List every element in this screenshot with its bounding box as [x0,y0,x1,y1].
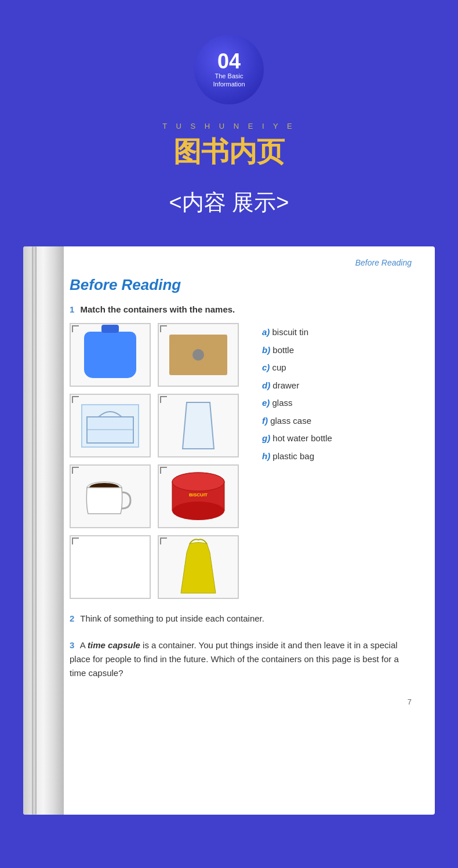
italic-term: time capsule [88,640,140,650]
answer-text: hot water bottle [272,433,332,443]
chinese-title: 图书内页 [12,133,446,170]
q2-number: 2 [70,613,74,623]
q1-text: Match the containers with the names. [81,304,235,314]
answer-item: d) drawer [262,379,412,393]
image-plastic-bag [158,535,239,599]
answer-letter: a) [262,327,270,337]
answer-letter: b) [262,345,270,355]
spine-highlight [32,246,37,815]
image-blank [70,535,151,599]
content-display: <内容 展示> [12,188,446,217]
image-glass [158,394,239,457]
answer-item: c) cup [262,361,412,375]
answer-item: e) glass [262,397,412,410]
answer-text: glass case [270,416,311,426]
question2-row: 2 Think of something to put inside each … [70,612,412,626]
answer-letter: g) [262,433,270,443]
answer-item: a) biscuit tin [262,326,412,339]
images-grid: BISCUIT [70,323,239,599]
chapter-subtitle: The Basic Information [213,72,245,89]
image-glass-case [70,394,151,457]
tushu-label: T U S H U N E I Y E [12,122,446,130]
answer-letter: d) [262,380,270,390]
answer-text: bottle [272,345,294,355]
top-section: 04 The Basic Information T U S H U N E I… [0,0,458,246]
answer-letter: e) [262,398,270,408]
svg-text:BISCUIT: BISCUIT [189,492,208,497]
page-number: 7 [70,698,412,706]
q2-text: Think of something to put inside each co… [80,613,264,623]
images-answers-row: BISCUIT a) bis [70,323,412,599]
answer-letter: h) [262,451,270,461]
svg-point-7 [172,473,224,491]
image-biscuit-tin: BISCUIT [158,464,239,528]
circle-badge: 04 The Basic Information [194,35,264,104]
answer-text: drawer [272,380,299,390]
book-spine [23,246,64,815]
answer-text: plastic bag [272,451,314,461]
image-hot-water-bottle [70,323,151,387]
answer-letter: c) [262,362,270,372]
q3-number: 3 [70,640,74,650]
section-title: Before Reading [70,276,412,294]
answers-list: a) biscuit tinb) bottlec) cupd) drawere)… [250,323,412,467]
answer-item: g) hot water bottle [262,432,412,445]
answer-letter: f) [262,416,268,426]
answer-text: glass [272,398,293,408]
book-page: Before Reading Before Reading 1 Match th… [23,246,435,815]
answer-item: h) plastic bag [262,450,412,463]
image-coffee-cup [70,464,151,528]
answer-item: f) glass case [262,415,412,428]
question3-row: 3 A time capsule is a container. You put… [70,638,412,680]
answer-text: biscuit tin [272,327,309,337]
image-drawer [158,323,239,387]
page-content: Before Reading Before Reading 1 Match th… [70,258,412,706]
page-header: Before Reading [70,258,412,267]
question1-label: 1 Match the containers with the names. [70,304,412,314]
svg-point-6 [172,502,224,520]
answer-text: cup [272,362,286,372]
q3-text: A time capsule is a container. You put t… [70,640,399,678]
q1-number: 1 [70,304,74,314]
answer-item: b) bottle [262,344,412,357]
chapter-number: 04 [217,51,241,72]
